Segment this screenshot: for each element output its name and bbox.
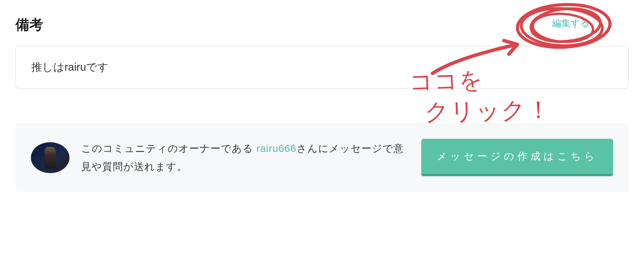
message-panel: このコミュニティのオーナーである rairu666さんにメッセージで意見や質問が… <box>15 123 629 192</box>
section-header: 備考 編集する <box>15 15 629 34</box>
edit-link[interactable]: 編集する <box>552 17 590 29</box>
owner-avatar[interactable] <box>31 142 69 173</box>
message-text-before: このコミュニティのオーナーである <box>81 143 256 154</box>
message-description: このコミュニティのオーナーである rairu666さんにメッセージで意見や質問が… <box>81 140 410 176</box>
notes-content-box: 推しはrairuです <box>15 46 629 88</box>
section-title: 備考 <box>15 15 43 34</box>
owner-link[interactable]: rairu666 <box>256 143 296 154</box>
notes-text: 推しはrairuです <box>31 61 108 73</box>
create-message-button[interactable]: メッセージの作成はこちら <box>421 139 613 176</box>
